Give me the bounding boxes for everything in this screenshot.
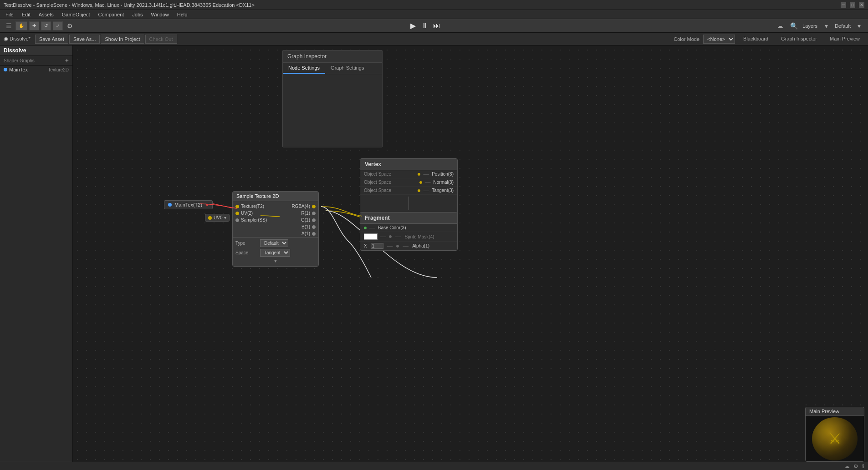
fragment-basecolor-row: ── Base Color(3)	[360, 224, 457, 232]
menu-window[interactable]: Window	[148, 10, 173, 19]
maintex-remove-icon[interactable]: ✕	[205, 202, 209, 207]
rgba-port[interactable]	[312, 205, 316, 208]
graph-inspector-tab[interactable]: Graph Inspector	[776, 34, 822, 44]
space-field: Space Tangent	[233, 248, 318, 258]
fragment-alpha-output: Alpha(1)	[412, 243, 429, 248]
uv0-dot	[208, 216, 212, 220]
uv0-dropdown-icon[interactable]: ▾	[224, 215, 226, 220]
maintex-label: MainTex(T2)	[174, 202, 202, 207]
type-field: Type Default	[233, 237, 318, 248]
r-port[interactable]	[312, 212, 316, 215]
settings-status-icon[interactable]: ⚙	[853, 463, 858, 470]
unity-menu-icon[interactable]: ☰	[4, 21, 14, 31]
color-swatch[interactable]	[364, 233, 378, 240]
menu-help[interactable]: Help	[174, 10, 191, 19]
b-port[interactable]	[312, 225, 316, 229]
gi-tab-graph-settings[interactable]: Graph Settings	[325, 63, 369, 74]
texture-outputs: RGBA(4) R(1) G(1) B(1)	[276, 203, 318, 237]
vertex-tangent-row: Object Space ── Tangent(3)	[360, 187, 457, 195]
main-preview-tab[interactable]: Main Preview	[825, 34, 864, 44]
b-output-row: B(1)	[276, 223, 318, 230]
gi-tab-node-settings[interactable]: Node Settings	[283, 63, 325, 74]
fragment-spritemask-port[interactable]	[389, 235, 392, 238]
maximize-button[interactable]: □	[850, 2, 855, 8]
show-in-project-button[interactable]: Show In Project	[101, 35, 144, 44]
fragment-section: Fragment ── Base Color(3) ── ── Sprite M…	[360, 212, 457, 250]
r-label: R(1)	[301, 211, 310, 216]
info-status-icon[interactable]: ℹ	[862, 463, 864, 470]
uv0-node[interactable]: UV0 ▾	[205, 214, 230, 222]
panel-subheader: Shader Graphs +	[0, 56, 72, 66]
check-out-button: Check Out	[145, 35, 177, 44]
maintex-dot	[168, 203, 172, 207]
toolbar-left: ☰ ✋ ✚ ↺ ⤢ ⚙	[4, 21, 75, 31]
menu-component[interactable]: Component	[94, 10, 128, 19]
collab-status-icon[interactable]: ☁	[844, 463, 850, 470]
space-dropdown[interactable]: Tangent	[260, 249, 290, 257]
g-port[interactable]	[312, 218, 316, 222]
toolbar-rotate-tool[interactable]: ↺	[41, 21, 51, 30]
alpha-x-label: X	[364, 243, 367, 248]
toolbar-hand-tool[interactable]: ✋	[15, 21, 27, 30]
maintex-input-node[interactable]: MainTex(T2) ✕	[164, 200, 213, 209]
menu-file[interactable]: File	[2, 10, 17, 19]
b-label: B(1)	[301, 224, 310, 229]
pause-button[interactable]: ⏸	[420, 21, 430, 31]
vertex-tangent-port[interactable]	[418, 189, 420, 192]
fragment-basecolor-port[interactable]	[364, 227, 367, 229]
main-area: Dissolve Shader Graphs + MainTex Texture…	[0, 45, 868, 470]
a-port[interactable]	[312, 232, 316, 236]
property-maintex[interactable]: MainTex Texture2D	[0, 66, 72, 74]
add-property-button[interactable]: +	[65, 57, 69, 64]
a-output-row: A(1)	[276, 230, 318, 237]
uv0-label: UV0	[214, 215, 222, 220]
preview-highlight	[812, 417, 858, 460]
blackboard-tab[interactable]: Blackboard	[739, 34, 773, 44]
sample-texture-header: Sample Texture 2D	[233, 192, 318, 201]
save-asset-button[interactable]: Save Asset	[35, 35, 68, 44]
alpha-value-input[interactable]	[371, 243, 383, 249]
menu-assets[interactable]: Assets	[35, 10, 57, 19]
search-icon[interactable]: 🔍	[789, 21, 799, 31]
texture-port[interactable]	[235, 205, 239, 208]
status-bar: ☁ ⚙ ℹ	[0, 462, 868, 470]
shader-graphs-label: Shader Graphs	[4, 58, 35, 63]
graph-inspector-panel: Graph Inspector Node Settings Graph Sett…	[282, 50, 383, 147]
fragment-alpha-port[interactable]	[396, 245, 399, 248]
play-button[interactable]: ▶	[408, 21, 418, 31]
shader-toolbar-right: Color Mode <None> Blackboard Graph Inspe…	[674, 34, 864, 44]
vertex-header: Vertex	[360, 159, 457, 170]
type-dropdown[interactable]: Default	[260, 239, 288, 247]
wire-svg	[73, 45, 868, 470]
menu-gameobject[interactable]: GameObject	[58, 10, 94, 19]
panel-header: Dissolve	[0, 45, 72, 56]
minimize-button[interactable]: ─	[841, 2, 846, 8]
uv-port[interactable]	[235, 212, 239, 215]
rgba-output-row: RGBA(4)	[276, 203, 318, 210]
graph-canvas[interactable]: Graph Inspector Node Settings Graph Sett…	[73, 45, 868, 470]
vertex-normal-label: Object Space	[364, 180, 417, 185]
menu-jobs[interactable]: Jobs	[128, 10, 146, 19]
sampler-port[interactable]	[235, 218, 239, 222]
r-output-row: R(1)	[276, 210, 318, 217]
color-mode-label: Color Mode	[674, 36, 700, 42]
save-as-button[interactable]: Save As...	[69, 35, 100, 44]
toolbar-move-tool[interactable]: ✚	[29, 21, 39, 30]
title-bar: TestDissolve - SampleScene - Windows, Ma…	[0, 0, 868, 10]
close-button[interactable]: ✕	[859, 2, 864, 8]
menu-edit[interactable]: Edit	[18, 10, 34, 19]
texture-input-label: Texture(T2)	[241, 204, 264, 209]
vertex-position-port[interactable]	[418, 173, 420, 176]
step-button[interactable]: ⏭	[432, 21, 442, 31]
vertex-position-row: Object Space ── Position(3)	[360, 170, 457, 178]
default-dropdown-icon[interactable]: ▾	[854, 21, 864, 31]
vertex-normal-port[interactable]	[419, 181, 422, 184]
collab-icon[interactable]: ☁	[775, 21, 785, 31]
sampler-input-row: Sampler(SS)	[233, 217, 276, 223]
toolbar-scale-tool[interactable]: ⤢	[53, 21, 63, 30]
collapse-arrow[interactable]: ▼	[233, 258, 318, 264]
color-mode-dropdown[interactable]: <None>	[703, 35, 735, 44]
default-label: Default	[835, 23, 851, 29]
layers-dropdown-icon[interactable]: ▾	[821, 21, 831, 31]
toolbar-settings-icon[interactable]: ⚙	[65, 21, 75, 31]
